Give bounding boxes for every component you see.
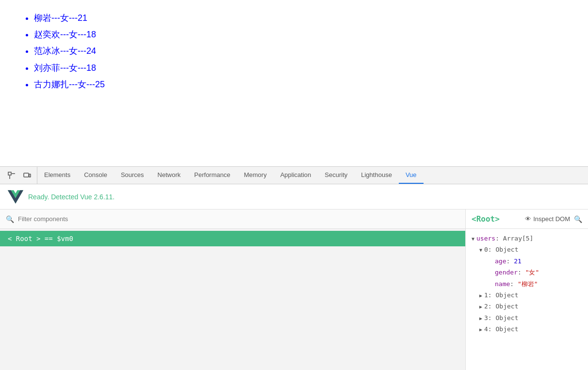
eye-icon: 👁 xyxy=(525,215,531,223)
val-item0-type: Object xyxy=(496,244,519,255)
devtools-icon-buttons xyxy=(2,167,37,184)
right-panel-header: <Root> 👁 Inspect DOM 🔍 xyxy=(466,209,588,229)
vue-left-panel: 🔍 < Root > == $vm0 xyxy=(0,209,466,370)
tree-item4-row: ▶ 4 : Object xyxy=(472,323,582,335)
list-item: 刘亦菲---女---18 xyxy=(34,60,569,76)
list-item: 范冰冰---女---24 xyxy=(34,43,569,59)
tree-name-row: name : "柳岩" xyxy=(472,278,582,290)
data-tree: ▼ users : Array[5] ▼ 0 : Object age xyxy=(466,229,588,370)
tab-memory[interactable]: Memory xyxy=(237,167,274,184)
triangle-users[interactable]: ▼ xyxy=(472,235,474,243)
tab-performance[interactable]: Performance xyxy=(187,167,237,184)
val-item2-type: Object xyxy=(496,301,519,312)
val-gender: "女" xyxy=(525,267,539,278)
tree-users-row: ▼ users : Array[5] xyxy=(472,233,582,244)
triangle-item0[interactable]: ▼ xyxy=(479,246,482,255)
tab-sources[interactable]: Sources xyxy=(114,167,151,184)
devtools-panel: Elements Console Sources Network Perform… xyxy=(0,166,588,370)
tree-age-row: age : 21 xyxy=(472,256,582,267)
val-item3-colon: : xyxy=(488,312,496,323)
key-item0: 0 xyxy=(484,244,488,255)
tree-item2-row: ▶ 2 : Object xyxy=(472,301,582,312)
key-item3: 3 xyxy=(484,312,488,323)
key-age: age xyxy=(495,256,506,267)
root-component-item[interactable]: < Root > == $vm0 xyxy=(0,231,465,246)
svg-rect-2 xyxy=(29,174,31,177)
triangle-item1[interactable]: ▶ xyxy=(479,291,482,300)
root-tag: <Root> xyxy=(472,214,500,224)
val-item0-colon: : xyxy=(488,244,496,255)
main-browser-content: 柳岩---女---21 赵奕欢---女---18 范冰冰---女---24 刘亦… xyxy=(0,0,588,165)
person-list: 柳岩---女---21 赵奕欢---女---18 范冰冰---女---24 刘亦… xyxy=(19,10,569,93)
device-toolbar-icon[interactable] xyxy=(21,171,33,180)
key-item4: 4 xyxy=(484,323,488,335)
tree-item3-row: ▶ 3 : Object xyxy=(472,312,582,323)
list-item: 柳岩---女---21 xyxy=(34,10,569,26)
vue-ready-text: Ready. Detected Vue 2.6.11. xyxy=(28,193,114,201)
inspect-dom-button[interactable]: 👁 Inspect DOM xyxy=(525,215,570,223)
key-users: users xyxy=(476,233,495,244)
tab-vue[interactable]: Vue xyxy=(399,167,424,184)
search-data-button[interactable]: 🔍 xyxy=(574,215,582,223)
val-name-colon: : xyxy=(510,278,518,290)
val-item4-type: Object xyxy=(496,323,519,335)
tree-item0-row: ▼ 0 : Object xyxy=(472,244,582,255)
svg-rect-1 xyxy=(24,173,29,177)
vue-logo-icon xyxy=(8,189,23,205)
filter-components-input[interactable] xyxy=(18,215,459,223)
filter-bar: 🔍 xyxy=(0,209,465,229)
vue-right-panel: <Root> 👁 Inspect DOM 🔍 ▼ xyxy=(466,209,588,370)
val-item1-type: Object xyxy=(496,290,519,301)
val-gender-colon: : xyxy=(518,267,525,278)
key-name: name xyxy=(495,278,510,290)
tab-application[interactable]: Application xyxy=(274,167,318,184)
key-gender: gender xyxy=(495,267,518,278)
svg-rect-0 xyxy=(8,172,11,175)
devtools-tabs-bar: Elements Console Sources Network Perform… xyxy=(0,167,588,184)
root-component-label: < Root > == $vm0 xyxy=(8,235,73,242)
list-item: 赵奕欢---女---18 xyxy=(34,26,569,43)
val-item4-colon: : xyxy=(488,323,496,335)
right-panel-actions: 👁 Inspect DOM 🔍 xyxy=(525,215,582,223)
vue-main-panel: 🔍 < Root > == $vm0 <Root> xyxy=(0,209,588,370)
val-users-type: : xyxy=(495,233,503,244)
vue-devtools-content: Ready. Detected Vue 2.6.11. 🔍 < Root > =… xyxy=(0,184,588,370)
tab-console[interactable]: Console xyxy=(77,167,114,184)
val-name: "柳岩" xyxy=(518,278,538,290)
val-age-colon: : xyxy=(506,256,514,267)
tree-gender-row: gender : "女" xyxy=(472,267,582,278)
search-icon: 🔍 xyxy=(6,215,14,223)
component-list: < Root > == $vm0 xyxy=(0,229,465,370)
tab-lighthouse[interactable]: Lighthouse xyxy=(354,167,399,184)
tab-network[interactable]: Network xyxy=(151,167,188,184)
key-item1: 1 xyxy=(484,290,488,301)
val-item3-type: Object xyxy=(496,312,519,323)
key-item2: 2 xyxy=(484,301,488,312)
tree-item1-row: ▶ 1 : Object xyxy=(472,290,582,301)
inspect-element-icon[interactable] xyxy=(6,171,17,180)
tab-security[interactable]: Security xyxy=(318,167,354,184)
val-item2-colon: : xyxy=(488,301,496,312)
vue-header: Ready. Detected Vue 2.6.11. xyxy=(0,184,588,209)
val-age: 21 xyxy=(514,256,522,267)
val-users-array: Array[5] xyxy=(503,233,534,244)
root-label: <Root> xyxy=(472,214,500,224)
triangle-item4[interactable]: ▶ xyxy=(479,325,482,334)
triangle-item3[interactable]: ▶ xyxy=(479,314,482,323)
list-item: 古力娜扎---女---25 xyxy=(34,76,569,93)
tab-elements[interactable]: Elements xyxy=(37,167,77,184)
triangle-item2[interactable]: ▶ xyxy=(479,303,482,311)
val-item1-colon: : xyxy=(488,290,496,301)
